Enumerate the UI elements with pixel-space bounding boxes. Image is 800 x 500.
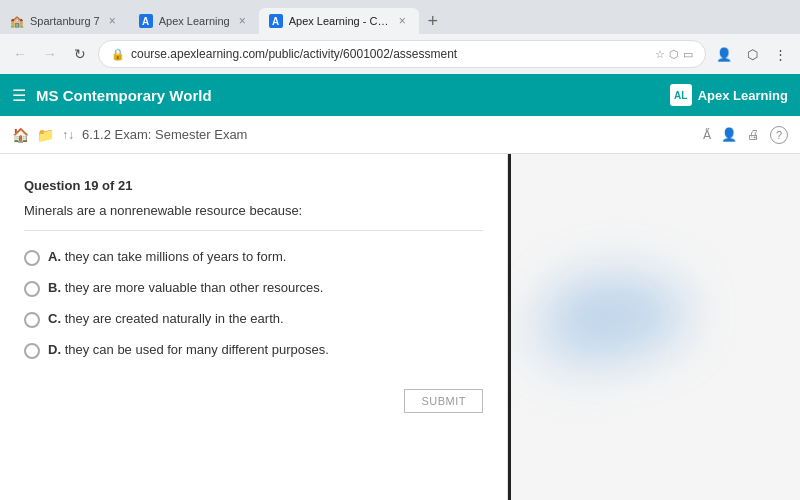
tab-label-spartanburg: Spartanburg 7 — [30, 15, 100, 27]
bookmark-icon[interactable]: ☆ — [655, 48, 665, 61]
vertical-divider — [508, 154, 511, 500]
home-icon[interactable]: 🏠 — [12, 127, 29, 143]
browser-actions: 👤 ⬡ ⋮ — [712, 42, 792, 66]
apex-logo-icon: AL — [670, 84, 692, 106]
address-bar: ← → ↻ 🔒 course.apexlearning.com/public/a… — [0, 34, 800, 74]
answer-label-d: D. — [48, 342, 65, 357]
accessibility-icon[interactable]: 👤 — [721, 127, 737, 142]
tab-close-apex-courses[interactable]: × — [396, 13, 409, 29]
extension-icon[interactable]: ⬡ — [669, 48, 679, 61]
answer-label-c: C. — [48, 311, 65, 326]
right-panel — [508, 154, 800, 500]
sub-header: 🏠 📁 ↑↓ 6.1.2 Exam: Semester Exam A̋ 👤 🖨 … — [0, 116, 800, 154]
navigate-icon[interactable]: ↑↓ — [62, 128, 74, 142]
extensions-button[interactable]: ⬡ — [740, 42, 764, 66]
url-lock-icon: 🔒 — [111, 48, 125, 61]
tab-apex[interactable]: A Apex Learning × — [129, 8, 259, 34]
url-bar[interactable]: 🔒 course.apexlearning.com/public/activit… — [98, 40, 706, 68]
tab-close-apex[interactable]: × — [236, 13, 249, 29]
tab-label-apex-courses: Apex Learning - Courses — [289, 15, 390, 27]
back-button[interactable]: ← — [8, 42, 32, 66]
tab-favicon-spartanburg: 🏫 — [10, 14, 24, 28]
answer-option-a[interactable]: A. they can take millions of years to fo… — [24, 249, 483, 266]
tab-favicon-apex-courses: A — [269, 14, 283, 28]
profile-button[interactable]: 👤 — [712, 42, 736, 66]
answer-option-d[interactable]: D. they can be used for many different p… — [24, 342, 483, 359]
app-header: ☰ MS Contemporary World AL Apex Learning — [0, 74, 800, 116]
radio-b[interactable] — [24, 281, 40, 297]
question-text: Minerals are a nonrenewable resource bec… — [24, 203, 483, 231]
menu-button[interactable]: ⋮ — [768, 42, 792, 66]
answer-text-c: C. they are created naturally in the ear… — [48, 311, 284, 326]
answer-option-c[interactable]: C. they are created naturally in the ear… — [24, 311, 483, 328]
main-content: Question 19 of 21 Minerals are a nonrene… — [0, 154, 508, 500]
tab-label-apex: Apex Learning — [159, 15, 230, 27]
print-icon[interactable]: 🖨 — [747, 127, 760, 142]
app-title: MS Contemporary World — [36, 87, 212, 104]
tab-close-spartanburg[interactable]: × — [106, 13, 119, 29]
apex-logo-text: Apex Learning — [698, 88, 788, 103]
page-body: Question 19 of 21 Minerals are a nonrene… — [0, 154, 800, 500]
breadcrumb: 6.1.2 Exam: Semester Exam — [82, 127, 695, 142]
answer-label-a: A. — [48, 249, 65, 264]
answer-text-b: B. they are more valuable than other res… — [48, 280, 323, 295]
question-header: Question 19 of 21 — [24, 178, 483, 193]
radio-d[interactable] — [24, 343, 40, 359]
submit-area: SUBMIT — [24, 379, 483, 413]
reload-button[interactable]: ↻ — [68, 42, 92, 66]
help-icon[interactable]: ? — [770, 126, 788, 144]
sub-header-actions: A̋ 👤 🖨 ? — [703, 126, 788, 144]
left-panel: Question 19 of 21 Minerals are a nonrene… — [0, 154, 508, 500]
url-text: course.apexlearning.com/public/activity/… — [131, 47, 649, 61]
submit-button[interactable]: SUBMIT — [404, 389, 483, 413]
answer-option-b[interactable]: B. they are more valuable than other res… — [24, 280, 483, 297]
answer-text-a: A. they can take millions of years to fo… — [48, 249, 286, 264]
cast-icon[interactable]: ▭ — [683, 48, 693, 61]
apex-logo: AL Apex Learning — [670, 84, 788, 106]
radio-a[interactable] — [24, 250, 40, 266]
sub-header-icons: 🏠 📁 ↑↓ — [12, 127, 74, 143]
hamburger-menu[interactable]: ☰ — [12, 86, 26, 105]
tab-spartanburg[interactable]: 🏫 Spartanburg 7 × — [0, 8, 129, 34]
answer-text-d: D. they can be used for many different p… — [48, 342, 329, 357]
answer-label-b: B. — [48, 280, 65, 295]
folder-icon[interactable]: 📁 — [37, 127, 54, 143]
radio-c[interactable] — [24, 312, 40, 328]
tab-apex-courses[interactable]: A Apex Learning - Courses × — [259, 8, 419, 34]
new-tab-button[interactable]: + — [419, 8, 447, 34]
forward-button[interactable]: → — [38, 42, 62, 66]
tab-favicon-apex: A — [139, 14, 153, 28]
translate-icon[interactable]: A̋ — [703, 128, 711, 142]
blur-decoration-2 — [528, 309, 628, 369]
app-header-left: ☰ MS Contemporary World — [12, 86, 212, 105]
tab-bar: 🏫 Spartanburg 7 × A Apex Learning × A Ap… — [0, 0, 800, 34]
